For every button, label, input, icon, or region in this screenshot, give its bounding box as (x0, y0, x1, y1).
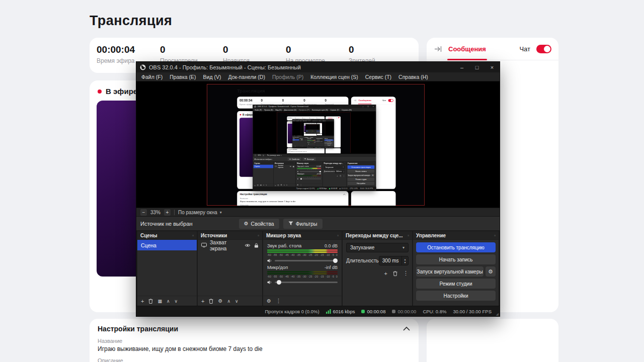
studio-mode-button[interactable]: Режим студии (416, 279, 496, 289)
source-move-down-button[interactable]: ∨ (235, 299, 238, 304)
stream-settings-header[interactable]: Настройки трансляции (98, 325, 411, 333)
source-move-up-button[interactable]: ∧ (227, 299, 230, 304)
fps-indicator: 30.00 / 30.00 FPS (453, 309, 492, 314)
menu-help[interactable]: Справка (H) (395, 72, 432, 81)
scene-item-selected[interactable]: Сцена (137, 240, 197, 250)
field-title-value[interactable]: Играю выживание, ищу дом в снежном биоме… (98, 345, 411, 352)
fit-window-label: По размеру окна (178, 210, 217, 215)
settings-button[interactable]: Настройки (416, 291, 496, 301)
source-properties-button[interactable]: ⚙ (218, 298, 222, 304)
obs-preview-canvas[interactable]: Трансляция 00:00:04 Время эфира 0 Просмо… (207, 84, 425, 206)
dock-options-icon[interactable]: ▫ (494, 233, 496, 238)
menu-profile[interactable]: Профиль (P) (269, 72, 307, 81)
remove-scene-button[interactable] (148, 299, 153, 304)
mixer-dock-header: Микшер звука ▫ (263, 231, 342, 240)
add-transition-button[interactable]: + (384, 270, 387, 277)
zoom-in-button[interactable]: + (164, 209, 171, 216)
mixer-settings-gear-icon[interactable]: ⚙ (267, 298, 271, 304)
volume-slider-knob[interactable] (333, 258, 338, 263)
minimize-button[interactable]: – (454, 62, 469, 72)
stream-timer: 00:00:08 (361, 309, 385, 314)
bitrate-value: 6016 kbps (333, 309, 355, 314)
menu-tools[interactable]: Сервис (T) (362, 72, 395, 81)
stat-air-time: 00:00:04 Время эфира (97, 44, 135, 64)
properties-button[interactable]: ⚙ Свойства (239, 219, 279, 229)
remove-source-button[interactable] (209, 299, 213, 304)
dock-options-icon[interactable]: ▫ (408, 233, 409, 238)
obs-statusbar: Пропуск кадров 0 (0.0%) 6016 kbps 00:00:… (136, 306, 500, 316)
menu-edit[interactable]: Правка (E) (166, 72, 199, 81)
transition-select[interactable]: Затухание ▾ (346, 243, 409, 252)
source-selection-status: Источник не выбран (140, 221, 193, 227)
menu-file[interactable]: Файл (F) (138, 72, 166, 81)
filter-icon (288, 221, 293, 226)
start-recording-button[interactable]: Начать запись (416, 254, 496, 264)
chat-panel-header: Сообщения Чат (427, 38, 558, 60)
meter-bar (267, 273, 338, 275)
toggle-knob (544, 46, 550, 52)
dock-options-icon[interactable]: ▫ (192, 233, 194, 238)
stat-value: 0 (160, 44, 198, 55)
scene-move-up-button[interactable]: ∧ (167, 299, 170, 304)
collapse-panel-icon[interactable] (434, 45, 442, 53)
stat-value: 0 (286, 44, 325, 55)
obs-dock-area: Сцены ▫ Сцена + ▦ ∧ ∨ Исто (136, 230, 500, 307)
dock-options-icon[interactable]: ▫ (258, 233, 259, 238)
add-scene-button[interactable]: + (141, 298, 144, 304)
maximize-button[interactable]: □ (469, 62, 485, 72)
channel-name: Звук раб. стола (267, 243, 301, 248)
virtual-camera-settings-button[interactable]: ⚙ (486, 266, 496, 277)
remove-transition-button[interactable] (393, 271, 397, 276)
mixer-toolbar: ⚙ ⋮ (263, 296, 342, 306)
chat-toggle[interactable] (536, 45, 551, 53)
speaker-icon[interactable] (267, 280, 272, 285)
volume-slider-row (267, 258, 338, 263)
lock-icon[interactable] (254, 243, 259, 248)
filters-button[interactable]: Фильтры (283, 219, 323, 229)
fit-window-dropdown[interactable]: По размеру окна ▾ (178, 210, 222, 215)
start-virtual-camera-button[interactable]: Запуск виртуальной камеры (416, 266, 484, 277)
tab-messages[interactable]: Сообщения (448, 45, 486, 53)
speaker-icon[interactable] (267, 258, 272, 263)
volume-slider-knob[interactable] (277, 280, 281, 285)
add-source-button[interactable]: + (201, 298, 204, 304)
transitions-title: Переходы между сце... (346, 233, 403, 238)
audio-mixer-dock: Микшер звука ▫ Звук раб. стола 0.0 dB -6… (263, 231, 342, 306)
mixer-menu-icon[interactable]: ⋮ (276, 298, 281, 304)
volume-slider[interactable] (275, 282, 338, 283)
channel-level: 0.0 dB (325, 243, 338, 248)
scene-move-down-button[interactable]: ∨ (175, 299, 178, 304)
scenes-dock: Сцены ▫ Сцена + ▦ ∧ ∨ (137, 231, 197, 306)
menu-docks[interactable]: Док-панели (D) (224, 72, 268, 81)
dock-options-icon[interactable]: ▫ (337, 233, 339, 238)
spin-arrows[interactable]: ▴ ▾ (401, 256, 408, 265)
controls-dock-header: Управление ▫ (413, 231, 499, 240)
menu-view[interactable]: Вид (V) (200, 72, 225, 81)
spin-down-icon[interactable]: ▾ (404, 261, 406, 264)
volume-slider[interactable] (275, 260, 338, 261)
zoom-out-button[interactable]: − (140, 209, 147, 216)
menu-scene-collection[interactable]: Коллекция сцен (S) (307, 72, 362, 81)
stat-value: 0 (223, 44, 250, 55)
volume-meter (267, 249, 338, 253)
stop-streaming-button[interactable]: Остановить трансляцию (416, 242, 496, 252)
controls-dock: Управление ▫ Остановить трансляцию Начат… (413, 231, 499, 306)
source-item-display-capture[interactable]: Захват экрана (198, 240, 262, 250)
meter-bar (267, 251, 338, 253)
meter-scale: -60-55-50-45-40-35-30-25-20-15-10-50 (267, 275, 338, 279)
visibility-eye-icon[interactable] (245, 243, 251, 247)
transition-menu-icon[interactable]: ⋮ (403, 270, 409, 277)
duration-spinbox[interactable]: 300 ms ▴ ▾ (379, 256, 409, 265)
resize-grip[interactable]: ◢ (496, 312, 499, 316)
mixer-title: Микшер звука (266, 233, 301, 238)
transitions-panel: Затухание ▾ Длительность 300 ms ▴ ▾ (343, 240, 412, 306)
obs-logo-icon (140, 64, 146, 70)
screen: Трансляция 00:00:04 Время эфира 0 Просмо… (0, 0, 644, 362)
page-title: Трансляция (90, 13, 172, 29)
scene-grid-mode-button[interactable]: ▦ (157, 299, 162, 304)
volume-slider-row (267, 280, 338, 285)
chevron-up-icon[interactable] (403, 326, 411, 331)
close-button[interactable]: × (485, 62, 500, 72)
transition-selected: Затухание (350, 245, 374, 250)
transitions-toolbar: + ⋮ (346, 270, 409, 277)
